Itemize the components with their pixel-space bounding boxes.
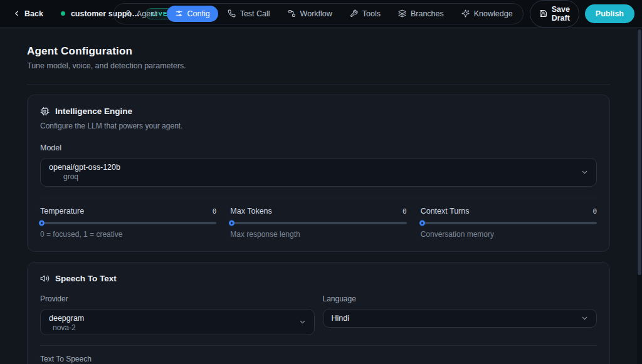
topbar-left: Back customer suppo… LIVE — [9, 6, 107, 22]
card-divider — [40, 197, 597, 197]
language-label: Language — [323, 294, 597, 303]
temperature-caption: 0 = focused, 1 = creative — [40, 230, 216, 239]
chevron-down-icon — [581, 169, 589, 177]
provider-field: Provider deepgram nova-2 — [40, 294, 315, 335]
back-button[interactable]: Back — [9, 6, 47, 22]
temperature-field: Temperature 0 0 = focused, 1 = creative — [40, 207, 216, 239]
tts-label: Text To Speech — [40, 355, 597, 363]
language-field: Language Hindi — [323, 294, 597, 335]
provider-select[interactable]: deepgram nova-2 — [40, 309, 315, 335]
temperature-label: Temperature — [40, 207, 84, 216]
tab-label: Test Call — [240, 9, 270, 18]
slider-row: Temperature 0 0 = focused, 1 = creative … — [40, 207, 597, 239]
status-dot-icon — [61, 11, 65, 16]
temperature-slider[interactable] — [40, 222, 216, 224]
user-icon — [124, 9, 132, 18]
topbar: Back customer suppo… LIVE Agent Config — [0, 0, 642, 28]
provider-value: deepgram — [41, 309, 314, 323]
tab-group: Agent Config Test Call Workflow — [113, 3, 524, 24]
page-subtitle: Tune model, voice, and detection paramet… — [27, 61, 610, 70]
layers-icon — [398, 9, 406, 18]
card-title: Speech To Text — [55, 274, 117, 283]
workflow-icon — [288, 9, 296, 18]
tab-label: Workflow — [300, 9, 332, 18]
context-turns-slider-thumb[interactable] — [419, 221, 425, 226]
save-draft-button[interactable]: Save Draft — [530, 0, 579, 28]
card-title: Intelligence Engine — [55, 107, 132, 116]
main-content: Agent Configuration Tune model, voice, a… — [0, 28, 642, 364]
speech-to-text-card: Speech To Text Provider deepgram nova-2 … — [27, 262, 610, 364]
chevron-down-icon — [581, 315, 589, 323]
tab-knowledge[interactable]: Knowledge — [453, 6, 521, 22]
back-label: Back — [24, 9, 43, 18]
context-turns-label: Context Turns — [421, 207, 470, 216]
provider-model: nova-2 — [41, 323, 314, 337]
card-description: Configure the LLM that powers your agent… — [40, 122, 597, 130]
sparkles-icon — [461, 9, 470, 18]
tab-label: Config — [187, 9, 210, 18]
model-select[interactable]: openai/gpt-oss-120b groq — [40, 158, 597, 187]
scrollbar-track[interactable] — [637, 28, 642, 364]
model-provider: groq — [41, 172, 596, 186]
sliders-icon — [175, 9, 183, 18]
model-value: openai/gpt-oss-120b — [41, 159, 596, 172]
context-turns-field: Context Turns 0 Conversation memory — [421, 207, 597, 239]
provider-label: Provider — [40, 294, 315, 303]
chevron-left-icon — [13, 9, 21, 18]
max-tokens-caption: Max response length — [230, 230, 406, 239]
language-select[interactable]: Hindi — [323, 309, 597, 328]
tab-label: Tools — [362, 9, 381, 18]
save-draft-label: Save Draft — [552, 5, 570, 23]
speech-card-header: Speech To Text — [40, 274, 597, 283]
max-tokens-value: 0 — [403, 207, 407, 216]
save-icon — [539, 9, 547, 18]
tab-label: Agent — [137, 9, 157, 18]
topbar-actions: Save Draft Publish — [530, 0, 634, 28]
tab-tools[interactable]: Tools — [342, 6, 389, 22]
context-turns-slider[interactable] — [421, 222, 597, 224]
intelligence-engine-card: Intelligence Engine Configure the LLM th… — [27, 95, 610, 252]
cpu-icon — [40, 107, 50, 116]
intelligence-card-header: Intelligence Engine — [40, 107, 597, 116]
max-tokens-label: Max Tokens — [230, 207, 271, 216]
context-turns-caption: Conversation memory — [421, 230, 597, 239]
scrollbar-thumb[interactable] — [638, 29, 641, 275]
phone-icon — [228, 9, 236, 18]
tab-workflow[interactable]: Workflow — [280, 6, 340, 22]
tab-label: Knowledge — [474, 9, 513, 18]
tab-label: Branches — [411, 9, 444, 18]
max-tokens-slider-thumb[interactable] — [229, 221, 234, 226]
model-label: Model — [40, 143, 597, 152]
max-tokens-slider[interactable] — [230, 222, 406, 224]
tab-test-call[interactable]: Test Call — [219, 6, 278, 22]
app-window: Back customer suppo… LIVE Agent Config — [0, 0, 642, 364]
context-turns-value: 0 — [592, 207, 597, 216]
tab-config[interactable]: Config — [167, 6, 218, 22]
tab-branches[interactable]: Branches — [390, 6, 452, 22]
language-value: Hindi — [324, 309, 597, 327]
wrench-icon — [350, 9, 358, 18]
page-title: Agent Configuration — [27, 45, 610, 58]
max-tokens-field: Max Tokens 0 Max response length — [230, 207, 406, 239]
tab-agent[interactable]: Agent — [116, 6, 166, 22]
temperature-value: 0 — [213, 207, 217, 216]
header-divider — [27, 85, 610, 85]
publish-button[interactable]: Publish — [585, 4, 634, 23]
volume-icon — [40, 274, 50, 283]
chevron-down-icon — [298, 318, 307, 326]
temperature-slider-thumb[interactable] — [39, 221, 45, 226]
provider-language-row: Provider deepgram nova-2 Language Hindi — [40, 294, 597, 335]
card-divider — [40, 345, 597, 346]
